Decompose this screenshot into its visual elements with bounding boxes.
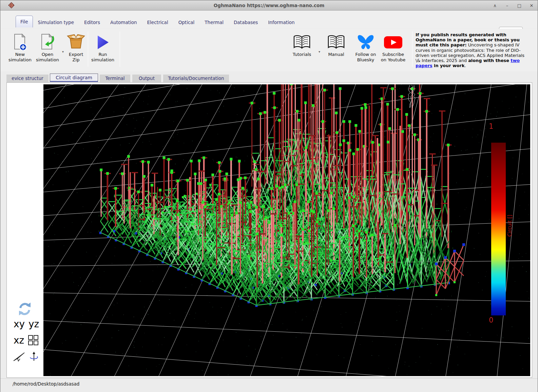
- new-document-icon: [8, 33, 32, 52]
- view-xz-button[interactable]: xz: [14, 335, 24, 346]
- new-simulation-button[interactable]: Newsimulation: [8, 33, 32, 63]
- tab-tutorials-documentation[interactable]: Tutorials/Documentation: [163, 75, 229, 82]
- menu-tab-automation[interactable]: Automation: [105, 18, 142, 27]
- circuit-diagram-panel: xy yz xz: [6, 82, 532, 378]
- menubar: File Simulation type Editors Automation …: [0, 11, 538, 28]
- menu-tab-information[interactable]: Information: [263, 18, 300, 27]
- menu-tab-optical[interactable]: Optical: [173, 18, 200, 27]
- titlebar[interactable]: OghmaNano https://www.oghma-nano.com ∧ –…: [0, 0, 538, 11]
- menu-tab-simulation-type[interactable]: Simulation type: [33, 18, 79, 27]
- colorbar-axis-label: Circuit []: [507, 202, 514, 249]
- export-zip-button[interactable]: ExportZip: [65, 33, 87, 63]
- grid-icon: [28, 335, 39, 346]
- view-xy-button[interactable]: xy: [14, 318, 25, 330]
- 3d-viewport[interactable]: 1 0 Circuit []: [43, 84, 530, 376]
- menu-tab-editors[interactable]: Editors: [79, 18, 105, 27]
- subtab-row: evice structur Circuit diagram Terminal …: [0, 73, 538, 82]
- open-document-icon: [35, 33, 60, 52]
- manual-button[interactable]: Manual: [323, 33, 349, 57]
- view-yz-button[interactable]: yz: [28, 318, 39, 330]
- statusbar: /home/rod/Desktop/asdsasad: [0, 378, 538, 392]
- youtube-icon: [380, 33, 407, 52]
- book-icon: [289, 33, 315, 52]
- close-button[interactable]: ✕: [529, 3, 534, 8]
- circuit-3d-canvas[interactable]: [43, 84, 530, 376]
- rotate-axis-icon: [29, 351, 39, 362]
- menu-tab-electrical[interactable]: Electrical: [142, 18, 173, 27]
- shade-button[interactable]: ∧: [492, 3, 498, 8]
- tutorials-button[interactable]: Tutorials: [289, 33, 315, 57]
- run-simulation-button[interactable]: Runsimulation: [91, 33, 115, 63]
- butterfly-icon: [353, 33, 378, 52]
- refresh-view-button[interactable]: [17, 301, 33, 318]
- bluesky-button[interactable]: Follow onBluesky: [353, 33, 378, 63]
- youtube-button[interactable]: Subscribeon Youtube: [380, 33, 407, 63]
- open-simulation-button[interactable]: Opensimulation: [35, 33, 60, 63]
- current-path: /home/rod/Desktop/asdsasad: [13, 381, 79, 387]
- toolbar: Newsimulation Opensimulation ▾: [0, 29, 538, 71]
- app-window: OghmaNano https://www.oghma-nano.com ∧ –…: [0, 0, 538, 392]
- toolbar-separator: [88, 32, 88, 67]
- tab-device-structure[interactable]: evice structur: [6, 75, 49, 82]
- play-icon: [91, 33, 115, 52]
- colorbar-min-label: 0: [484, 316, 498, 324]
- tab-output[interactable]: Output: [132, 75, 161, 82]
- colorbar: [491, 143, 506, 315]
- open-dropdown-caret-icon[interactable]: ▾: [62, 50, 64, 54]
- rotate-mode-button[interactable]: [29, 351, 39, 363]
- menu-tab-file[interactable]: File: [16, 16, 33, 27]
- paper-plane-icon: [13, 352, 25, 362]
- fly-mode-button[interactable]: [13, 352, 25, 363]
- zip-box-icon: [65, 33, 87, 52]
- minimize-button[interactable]: –: [504, 3, 510, 8]
- window-title: OghmaNano https://www.oghma-nano.com: [0, 0, 538, 11]
- view-grid-button[interactable]: [28, 335, 39, 347]
- tab-circuit-diagram[interactable]: Circuit diagram: [50, 74, 98, 82]
- toolbar-separator: [412, 32, 412, 67]
- colorbar-max-label: 1: [484, 122, 498, 130]
- book-icon: [323, 33, 349, 52]
- citation-text: If you publish results generated with Og…: [416, 32, 528, 68]
- tab-terminal[interactable]: Terminal: [100, 75, 130, 82]
- maximize-button[interactable]: □: [517, 3, 522, 8]
- tutorials-dropdown-caret-icon[interactable]: ▾: [319, 50, 320, 54]
- refresh-icon: [17, 301, 33, 317]
- menu-tab-thermal[interactable]: Thermal: [199, 18, 229, 27]
- toolbar-separator: [120, 32, 120, 67]
- menu-tab-databases[interactable]: Databases: [229, 18, 263, 27]
